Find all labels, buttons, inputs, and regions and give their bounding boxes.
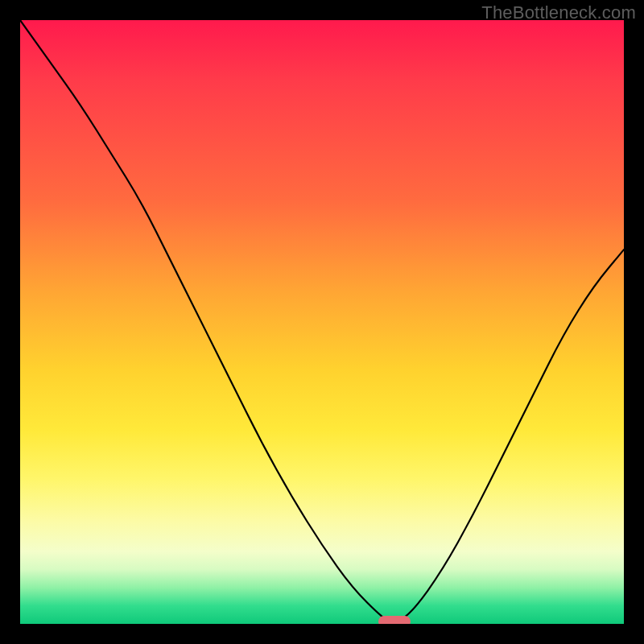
plot-area	[20, 20, 624, 624]
chart-frame: TheBottleneck.com	[0, 0, 644, 644]
bottleneck-curve	[20, 20, 624, 624]
watermark-text: TheBottleneck.com	[481, 2, 636, 23]
optimal-marker	[378, 616, 411, 624]
